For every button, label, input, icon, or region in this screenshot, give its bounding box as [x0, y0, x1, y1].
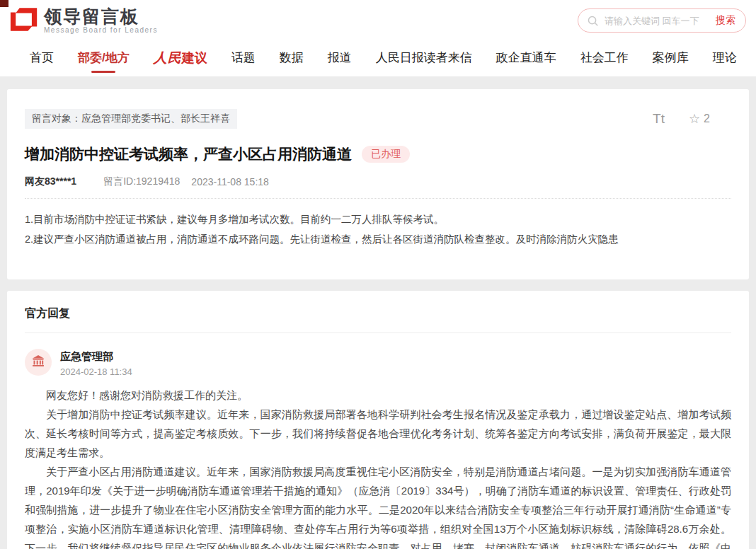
- brand-part2: 建议: [182, 51, 207, 65]
- official-reply-card: 官方回复 应急管理部 2024-02-18: [7, 291, 749, 549]
- site-subtitle: Message Board for Leaders: [44, 26, 158, 34]
- nav-item-reader-letters[interactable]: 人民日报读者来信: [364, 41, 484, 76]
- nav-item-home[interactable]: 首页: [18, 41, 66, 76]
- nav-item-case-library[interactable]: 案例库: [641, 41, 701, 76]
- status-badge: 已办理: [362, 146, 410, 163]
- nav-item-people-suggestions[interactable]: 人民建议: [142, 41, 219, 76]
- reply-datetime: 2024-02-18 11:34: [60, 366, 132, 377]
- message-author: 网友83****1: [25, 175, 76, 188]
- site-logo-icon: [10, 7, 38, 35]
- reply-body: 网友您好！感谢您对消防救援工作的关注。 关于增加消防中控证考试频率建议。近年来，…: [25, 386, 731, 549]
- main-nav: 首页 部委/地方 人民建议 话题 数据 报道 人民日报读者来信 政企直通车 社会…: [0, 41, 756, 76]
- nav-item-gov-enterprise[interactable]: 政企直通车: [484, 41, 568, 76]
- message-title: 增加消防中控证考试频率，严查小区占用消防通道: [25, 144, 352, 164]
- nav-item-topics[interactable]: 话题: [219, 41, 268, 76]
- site-logo[interactable]: 领导留言板 Message Board for Leaders: [10, 7, 158, 35]
- reply-section-title: 官方回复: [25, 306, 731, 321]
- favorite-count: 2: [704, 112, 710, 125]
- message-body-line: 1.目前市场消防中控证证书紧缺，建议每月多增加考试次数。目前约一二万人排队等候考…: [25, 210, 731, 229]
- site-title: 领导留言板: [44, 7, 158, 25]
- nav-item-social-work[interactable]: 社会工作: [568, 41, 641, 76]
- message-datetime: 2023-11-08 15:18: [191, 176, 269, 187]
- star-icon: ☆: [689, 111, 700, 127]
- message-id: 留言ID:19219418: [103, 175, 180, 188]
- reply-paragraph: 网友您好！感谢您对消防救援工作的关注。: [25, 386, 731, 405]
- reply-divider: [25, 333, 731, 333]
- avatar: [25, 349, 52, 376]
- search-button[interactable]: 搜索: [714, 14, 737, 27]
- government-building-icon: [31, 354, 45, 371]
- top-header: 领导留言板 Message Board for Leaders 搜索: [0, 0, 756, 41]
- font-size-toggle[interactable]: Tt: [653, 111, 665, 127]
- reply-agency-row: 应急管理部 2024-02-18 11:34: [25, 349, 731, 377]
- corner-mark-decoration: [0, 0, 8, 7]
- search-box[interactable]: 搜索: [578, 8, 746, 33]
- message-body-line: 2.建议严查小区消防通道被占用，消防通道不成环路问题。先让街道检查，然后让各区街…: [25, 230, 731, 248]
- message-target-tag: 留言对象：应急管理部党委书记、部长王祥喜: [25, 109, 237, 129]
- favorite-control[interactable]: ☆ 2: [689, 111, 710, 127]
- message-meta: 网友83****1 留言ID:19219418 2023-11-08 15:18: [25, 175, 731, 199]
- main-content: 留言对象：应急管理部党委书记、部长王祥喜 Tt ☆ 2 增加消防中控证考试频率，…: [0, 76, 756, 549]
- reply-paragraph: 关于严查小区占用消防通道建议。近年来，国家消防救援局高度重视住宅小区消防安全，特…: [25, 462, 731, 549]
- message-card: 留言对象：应急管理部党委书记、部长王祥喜 Tt ☆ 2 增加消防中控证考试频率，…: [7, 89, 749, 279]
- nav-item-reports[interactable]: 报道: [316, 41, 364, 76]
- nav-item-ministries-local[interactable]: 部委/地方: [66, 41, 142, 76]
- brand-part1: 人民: [154, 50, 182, 65]
- nav-item-theory[interactable]: 理论: [701, 41, 749, 76]
- reply-paragraph: 关于增加消防中控证考试频率建议。近年来，国家消防救援局部署各地科学研判社会考生报…: [25, 405, 731, 462]
- search-input[interactable]: [605, 16, 714, 26]
- reply-agency-name: 应急管理部: [60, 349, 132, 364]
- search-icon: [587, 15, 599, 27]
- nav-item-data[interactable]: 数据: [268, 41, 316, 76]
- message-body: 1.目前市场消防中控证证书紧缺，建议每月多增加考试次数。目前约一二万人排队等候考…: [25, 210, 731, 248]
